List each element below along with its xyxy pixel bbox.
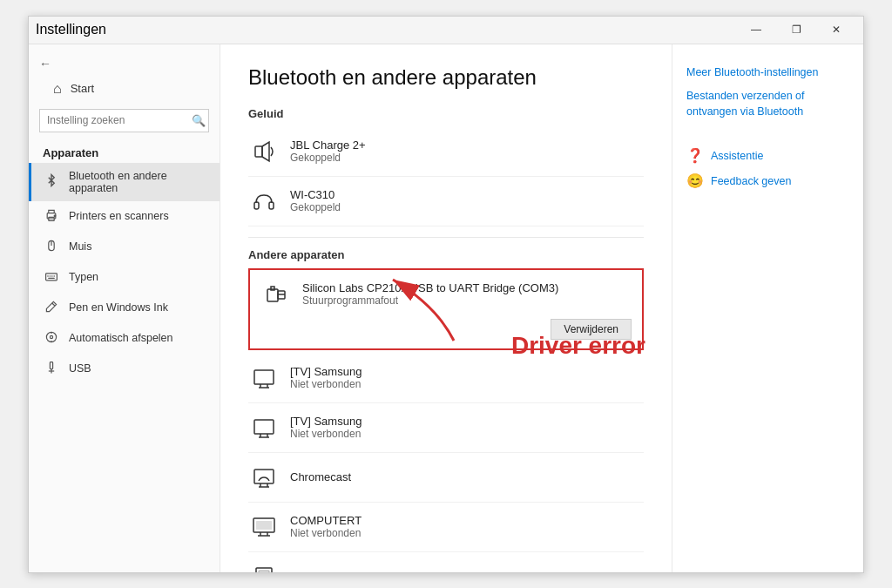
sidebar-item-start[interactable]: ⌂ Start <box>29 76 220 102</box>
device-computert-1: COMPUTERT Niet verbonden <box>248 503 644 552</box>
printer-icon <box>43 208 60 225</box>
tv1-info: [TV] Samsung Niet verbonden <box>290 365 644 390</box>
tv-icon-2 <box>248 412 280 443</box>
jbl-name: JBL Charge 2+ <box>290 139 644 152</box>
titlebar: Instellingen — ❐ ✕ <box>29 17 863 44</box>
tv2-name: [TV] Samsung <box>290 415 644 428</box>
silicon-labs-name: Silicon Labs CP210x USB to UART Bridge (… <box>302 281 632 294</box>
sidebar-pen-label: Pen en Windows Ink <box>69 301 168 314</box>
close-button[interactable]: ✕ <box>816 16 856 44</box>
svg-rect-41 <box>256 521 272 530</box>
verwijderen-container: Verwijderen <box>260 319 632 340</box>
device-tv-samsung-1: [TV] Samsung Niet verbonden <box>248 354 644 403</box>
tv1-name: [TV] Samsung <box>290 365 644 378</box>
titlebar-title: Instellingen <box>36 22 106 37</box>
tv2-info: [TV] Samsung Niet verbonden <box>290 415 644 440</box>
sidebar-typen-label: Typen <box>69 271 98 283</box>
right-panel: Meer Bluetooth-instellingen Bestanden ve… <box>672 44 863 572</box>
sidebar-item-usb[interactable]: USB <box>29 354 220 384</box>
silicon-labs-status: Stuurprogrammafout <box>302 294 632 307</box>
titlebar-left: Instellingen <box>36 22 106 37</box>
device-computert-2: COMPUTERT: alex.slok@gmail.com; <box>248 552 644 572</box>
sidebar-bluetooth-label: Bluetooth en andere apparaten <box>69 170 206 194</box>
svg-rect-46 <box>259 571 269 572</box>
assistentie-item[interactable]: ❓ Assistentie <box>686 147 849 164</box>
back-button[interactable]: ← <box>29 51 220 76</box>
andere-devices-list: [TV] Samsung Niet verbonden <box>248 354 644 572</box>
sidebar-muis-label: Muis <box>69 240 91 253</box>
wic310-info: WI-C310 Gekoppeld <box>290 188 644 213</box>
computert2-info: COMPUTERT: alex.slok@gmail.com; <box>290 570 644 572</box>
svg-point-2 <box>54 215 56 217</box>
search-box[interactable]: 🔍 <box>39 109 209 132</box>
geluid-section-label: Geluid <box>248 107 644 120</box>
bluetooth-icon <box>43 173 60 190</box>
headphones-icon <box>248 186 280 217</box>
pen-icon <box>43 300 60 316</box>
wic310-status: Gekoppeld <box>290 201 644 213</box>
divider-1 <box>248 237 644 238</box>
wic310-name: WI-C310 <box>290 188 644 201</box>
main-content: Bluetooth en andere apparaten Geluid JBL… <box>220 44 672 572</box>
error-device-box: Silicon Labs CP210x USB to UART Bridge (… <box>248 268 644 350</box>
sidebar-item-bluetooth[interactable]: Bluetooth en andere apparaten <box>29 163 220 201</box>
svg-marker-20 <box>262 142 269 161</box>
sidebar-item-typen[interactable]: Typen <box>29 262 220 293</box>
svg-rect-27 <box>254 370 274 384</box>
sidebar-start-label: Start <box>71 82 94 95</box>
computert2-name: COMPUTERT: alex.slok@gmail.com; <box>290 570 644 572</box>
tv-icon-1 <box>248 362 280 394</box>
computert1-info: COMPUTERT Niet verbonden <box>290 514 644 539</box>
usb-icon <box>43 361 60 377</box>
svg-rect-21 <box>254 202 259 209</box>
sidebar-item-printers[interactable]: Printers en scanners <box>29 201 220 232</box>
device-jbl: JBL Charge 2+ Gekoppeld <box>248 127 644 177</box>
speaker-icon <box>248 136 280 167</box>
svg-rect-24 <box>271 287 274 290</box>
sidebar-item-pen[interactable]: Pen en Windows Ink <box>29 293 220 323</box>
device-tv-samsung-2: [TV] Samsung Niet verbonden <box>248 403 644 453</box>
svg-rect-16 <box>50 362 52 368</box>
svg-point-12 <box>46 332 56 341</box>
usb-bridge-icon <box>260 279 292 310</box>
sidebar: ← ⌂ Start 🔍 Apparaten Bluetooth en ander… <box>29 44 220 572</box>
keyboard-icon <box>43 269 60 286</box>
sidebar-afspelen-label: Automatisch afspelen <box>69 332 173 344</box>
computer-icon-1 <box>248 511 280 543</box>
minimize-button[interactable]: — <box>736 16 776 44</box>
verwijderen-button[interactable]: Verwijderen <box>551 319 632 340</box>
settings-window: Instellingen — ❐ ✕ ← ⌂ Start 🔍 Apparaten <box>28 16 864 573</box>
sidebar-item-afspelen[interactable]: Automatisch afspelen <box>29 323 220 354</box>
bestanden-verzenden-link[interactable]: Bestanden verzenden of ontvangen via Blu… <box>686 89 849 119</box>
chromecast-name: Chromecast <box>290 470 644 483</box>
chromecast-info: Chromecast <box>290 470 644 483</box>
svg-rect-22 <box>269 202 274 209</box>
sidebar-section-label: Apparaten <box>29 139 220 163</box>
geluid-devices-list: JBL Charge 2+ Gekoppeld WI-C310 <box>248 127 644 226</box>
meer-bluetooth-link[interactable]: Meer Bluetooth-instellingen <box>686 65 849 81</box>
svg-rect-31 <box>254 420 274 434</box>
sidebar-item-muis[interactable]: Muis <box>29 232 220 262</box>
svg-rect-23 <box>267 289 278 301</box>
sidebar-printers-label: Printers en scanners <box>69 210 169 222</box>
back-arrow-icon: ← <box>39 57 51 71</box>
maximize-button[interactable]: ❐ <box>776 16 816 44</box>
silicon-labs-info: Silicon Labs CP210x USB to UART Bridge (… <box>302 281 632 307</box>
svg-rect-35 <box>254 470 274 483</box>
home-icon: ⌂ <box>53 81 62 97</box>
jbl-info: JBL Charge 2+ Gekoppeld <box>290 139 644 164</box>
page-title: Bluetooth en andere apparaten <box>248 65 644 90</box>
feedback-item[interactable]: 😊 Feedback geven <box>686 172 849 189</box>
sidebar-usb-label: USB <box>69 362 91 375</box>
content-area: ← ⌂ Start 🔍 Apparaten Bluetooth en ander… <box>29 44 863 572</box>
search-input[interactable] <box>40 110 185 131</box>
search-icon[interactable]: 🔍 <box>185 110 213 132</box>
andere-section-label: Andere apparaten <box>248 248 644 261</box>
svg-rect-5 <box>46 273 57 280</box>
computert1-name: COMPUTERT <box>290 514 644 527</box>
svg-point-13 <box>50 335 52 338</box>
autoplay-icon <box>43 330 60 347</box>
tv2-status: Niet verbonden <box>290 428 644 440</box>
svg-line-11 <box>52 303 55 306</box>
device-chromecast: Chromecast <box>248 453 644 503</box>
